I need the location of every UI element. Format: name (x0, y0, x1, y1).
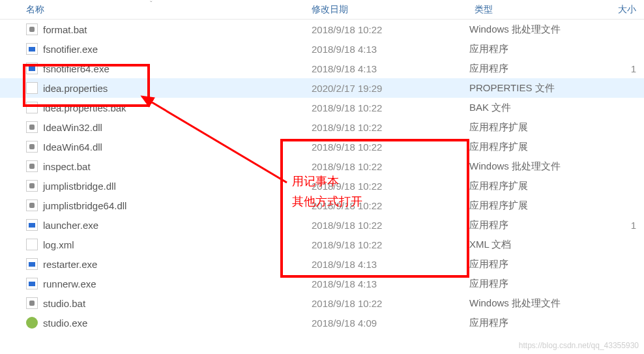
column-header-size[interactable]: 大小 (587, 1, 644, 19)
file-cell-type: 应用程序 (469, 278, 587, 290)
file-name-label: inspect.bat (43, 161, 91, 172)
file-cell-name: launcher.exe (0, 219, 306, 231)
bat-icon (26, 160, 38, 172)
file-row[interactable]: restarter.exe2018/9/18 4:13应用程序 (0, 254, 644, 274)
exe-icon (26, 219, 38, 231)
file-cell-name: log.xml (0, 239, 306, 250)
file-row[interactable]: studio.exe2018/9/18 4:09应用程序 (0, 313, 644, 332)
exe-icon (26, 258, 38, 270)
file-row[interactable]: format.bat2018/9/18 10:22Windows 批处理文件 (0, 20, 644, 39)
file-cell-name: fsnotifier.exe (0, 43, 306, 55)
file-name-label: IdeaWin64.dll (43, 141, 102, 153)
column-header-type[interactable]: 类型 (469, 1, 587, 19)
file-cell-date: 2018/9/18 10:22 (306, 102, 469, 113)
file-name-label: idea.properties.bak (43, 102, 126, 113)
file-cell-name: studio.exe (0, 317, 306, 329)
file-cell-name: restarter.exe (0, 258, 306, 270)
file-name-label: studio.bat (43, 298, 85, 309)
exe-icon (26, 43, 38, 55)
file-name-label: runnerw.exe (43, 278, 96, 289)
file-name-label: launcher.exe (43, 220, 98, 231)
file-list: format.bat2018/9/18 10:22Windows 批处理文件fs… (0, 20, 644, 332)
file-row[interactable]: idea.properties.bak2018/9/18 10:22BAK 文件 (0, 98, 644, 117)
file-row[interactable]: idea.properties2020/2/17 19:29PROPERTIES… (0, 78, 644, 98)
file-cell-name: jumplistbridge.dll (0, 180, 306, 192)
file-cell-date: 2018/9/18 10:22 (306, 181, 469, 192)
file-cell-type: Windows 批处理文件 (469, 297, 587, 310)
file-name-label: format.bat (43, 24, 87, 35)
file-cell-type: Windows 批处理文件 (469, 23, 587, 36)
file-row[interactable]: studio.bat2018/9/18 10:22Windows 批处理文件 (0, 293, 644, 313)
file-name-label: IdeaWin32.dll (43, 122, 102, 133)
file-cell-date: 2018/9/18 10:22 (306, 220, 469, 231)
file-cell-size: 1 (587, 63, 644, 74)
file-cell-name: idea.properties.bak (0, 102, 306, 113)
file-cell-date: 2018/9/18 4:13 (306, 259, 469, 270)
file-row[interactable]: runnerw.exe2018/9/18 4:13应用程序 (0, 274, 644, 293)
file-cell-date: 2018/9/18 10:22 (306, 161, 469, 172)
file-cell-type: Windows 批处理文件 (469, 160, 587, 173)
file-cell-type: XML 文档 (469, 239, 587, 251)
dll-icon (26, 121, 38, 133)
exe-icon (26, 278, 38, 289)
file-cell-date: 2018/9/18 10:22 (306, 122, 469, 133)
file-cell-name: IdeaWin64.dll (0, 141, 306, 153)
file-cell-type: 应用程序 (469, 219, 587, 231)
file-cell-type: 应用程序扩展 (469, 180, 587, 192)
exe-icon (26, 63, 38, 74)
file-row[interactable]: jumplistbridge.dll2018/9/18 10:22应用程序扩展 (0, 176, 644, 196)
file-row[interactable]: IdeaWin32.dll2018/9/18 10:22应用程序扩展 (0, 117, 644, 137)
dll-icon (26, 199, 38, 211)
file-row[interactable]: inspect.bat2018/9/18 10:22Windows 批处理文件 (0, 156, 644, 176)
file-cell-type: 应用程序扩展 (469, 199, 587, 212)
file-row[interactable]: launcher.exe2018/9/18 10:22应用程序1 (0, 215, 644, 235)
file-row[interactable]: fsnotifier.exe2018/9/18 4:13应用程序 (0, 39, 644, 59)
file-row[interactable]: fsnotifier64.exe2018/9/18 4:13应用程序1 (0, 59, 644, 78)
file-cell-name: idea.properties (0, 82, 306, 94)
xml-icon (26, 239, 38, 250)
file-name-label: restarter.exe (43, 259, 97, 270)
column-header-row: 名称 ˇ 修改日期 类型 大小 (0, 0, 644, 20)
file-name-label: idea.properties (43, 83, 108, 94)
watermark-text: https://blog.csdn.net/qq_43355930 (519, 341, 639, 350)
file-name-label: studio.exe (43, 317, 87, 329)
file-cell-type: 应用程序 (469, 317, 587, 329)
dll-icon (26, 141, 38, 153)
file-cell-type: 应用程序扩展 (469, 141, 587, 153)
file-cell-date: 2018/9/18 4:09 (306, 317, 469, 329)
file-cell-date: 2018/9/18 4:13 (306, 44, 469, 55)
studio-icon (26, 317, 38, 329)
file-cell-name: format.bat (0, 23, 306, 35)
file-name-label: jumplistbridge.dll (43, 181, 116, 192)
file-cell-type: PROPERTIES 文件 (469, 82, 587, 95)
file-cell-date: 2018/9/18 10:22 (306, 298, 469, 309)
bat-icon (26, 23, 38, 35)
sort-indicator-icon: ˇ (150, 0, 153, 8)
column-header-date[interactable]: 修改日期 (306, 1, 469, 19)
file-cell-name: jumplistbridge64.dll (0, 199, 306, 211)
column-header-name[interactable]: 名称 (0, 1, 306, 19)
file-cell-type: 应用程序 (469, 63, 587, 75)
file-row[interactable]: log.xml2018/9/18 10:22XML 文档 (0, 235, 644, 254)
file-cell-name: inspect.bat (0, 160, 306, 172)
file-cell-type: BAK 文件 (469, 102, 587, 114)
file-row[interactable]: IdeaWin64.dll2018/9/18 10:22应用程序扩展 (0, 137, 644, 156)
bat-icon (26, 297, 38, 309)
file-name-label: fsnotifier.exe (43, 44, 98, 55)
file-cell-name: runnerw.exe (0, 278, 306, 289)
file-cell-date: 2018/9/18 10:22 (306, 200, 469, 211)
file-cell-date: 2018/9/18 10:22 (306, 141, 469, 153)
file-name-label: jumplistbridge64.dll (43, 200, 126, 211)
file-name-label: log.xml (43, 239, 74, 250)
file-name-label: fsnotifier64.exe (43, 63, 110, 74)
file-cell-name: IdeaWin32.dll (0, 121, 306, 133)
file-cell-type: 应用程序 (469, 43, 587, 55)
file-row[interactable]: jumplistbridge64.dll2018/9/18 10:22应用程序扩… (0, 196, 644, 215)
file-cell-name: studio.bat (0, 297, 306, 309)
file-cell-date: 2018/9/18 10:22 (306, 24, 469, 35)
file-cell-name: fsnotifier64.exe (0, 63, 306, 74)
file-icon (26, 82, 38, 94)
file-icon (26, 102, 38, 113)
file-cell-type: 应用程序扩展 (469, 121, 587, 134)
dll-icon (26, 180, 38, 192)
